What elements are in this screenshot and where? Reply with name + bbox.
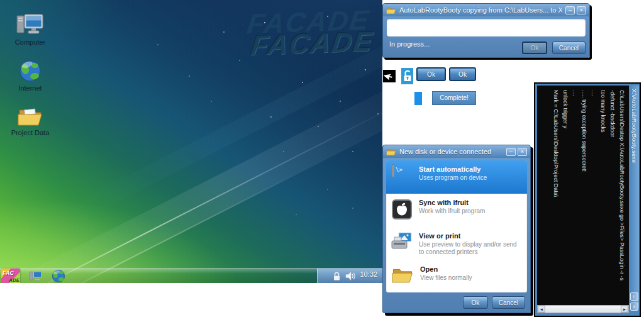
terminal-line: C:\LabUsers\Destop X:\AutoLabRootyBooty.…: [617, 90, 626, 301]
desktop-icon-label: Project Data: [11, 129, 50, 136]
popup-ok-button-2[interactable]: Ok: [449, 67, 476, 81]
copy-dialog: AutoLabRootyBooty copying from C:\LabUse…: [382, 3, 590, 58]
close-icon[interactable]: ×: [518, 148, 527, 156]
taskbar-internet-shortcut[interactable]: [52, 269, 65, 283]
progress-status: In progress...: [389, 40, 430, 48]
blue-marker: [414, 92, 422, 105]
scroll-left-icon[interactable]: ◄: [538, 306, 545, 313]
scroll-right-icon[interactable]: ►: [621, 306, 628, 313]
terminal-line: -defunct -backdoor: [608, 90, 617, 301]
unlock-status-badge: [401, 68, 413, 84]
desktop-icon-project-data[interactable]: Project Data: [8, 106, 53, 136]
option-title: View or print: [419, 232, 522, 240]
terminal-line: unlock trigger y: [560, 90, 570, 301]
desktop-icon-internet[interactable]: Internet: [8, 60, 53, 92]
stars-decor: [0, 0, 1, 1]
facade-watermark: FACADE FACADE: [250, 16, 376, 69]
option-title: Open: [420, 265, 472, 274]
terminal-titlebar[interactable]: X:\AutoLabRootyBooty.sexe: [630, 86, 639, 308]
minimize-icon[interactable]: –: [506, 148, 516, 156]
option-open[interactable]: Open View files normally: [386, 260, 527, 292]
clock: 10:32: [360, 270, 377, 278]
lock-icon: [333, 272, 341, 281]
aurora-streak: [60, 0, 382, 227]
terminal-window: C:\LabUsers\Destop X:\AutoLabRootyBooty.…: [534, 82, 641, 317]
minimize-icon[interactable]: –: [630, 292, 638, 301]
speaker-icon[interactable]: [345, 271, 356, 281]
cancel-button[interactable]: Cancel: [492, 296, 525, 309]
device-dialog: New disk or device connected – × \> Star…: [382, 145, 531, 313]
cancel-button[interactable]: Cancel: [552, 42, 586, 54]
terminal-line: too many knocks: [598, 90, 608, 301]
printer-icon: [391, 232, 413, 251]
complete-banner: Complete!: [432, 91, 476, 105]
terminal-line: Mark = C:\LabUsers\Desktop\Project Data\: [551, 90, 560, 301]
option-subtitle: View files normally: [420, 274, 472, 282]
option-title: Sync with ifruit: [419, 199, 485, 207]
aurora-streak: [0, 50, 382, 283]
terminal-scrollbar[interactable]: ◄ ►: [537, 305, 629, 313]
desktop-icon-label: Internet: [18, 84, 42, 92]
folder-open-icon: [391, 265, 414, 284]
device-options-list: \> Start automatically Uses program on d…: [386, 160, 527, 292]
aurora-streak: [0, 103, 382, 283]
terminal-title: X:\AutoLabRootyBooty.sexe: [630, 86, 639, 308]
terminal-icon: \>: [391, 165, 413, 177]
system-tray: 10:32: [317, 269, 382, 283]
start-logo-text: FAC: [3, 270, 14, 276]
option-subtitle: Use preview to display and/or send to co…: [419, 241, 522, 256]
copy-dialog-titlebar[interactable]: AutoLabRootyBooty copying from C:\LabUse…: [383, 4, 589, 16]
option-view-print[interactable]: View or print Use preview to display and…: [386, 227, 527, 260]
device-dialog-titlebar[interactable]: New disk or device connected – ×: [383, 145, 530, 158]
desktop: FACADE FACADE: [0, 0, 382, 283]
computer-icon: [16, 13, 45, 36]
desktop-icon-computer[interactable]: Computer: [8, 13, 53, 46]
option-title: Start automatically: [419, 165, 487, 174]
ok-button[interactable]: Ok: [522, 42, 547, 54]
screen: FACADE FACADE: [0, 0, 644, 322]
minimize-icon[interactable]: –: [565, 6, 575, 14]
popup-ok-button-1[interactable]: Ok: [416, 67, 446, 81]
start-logo-text2: ADE: [9, 277, 19, 283]
terminal-line: ....: [570, 90, 579, 301]
cursor-icon: [383, 70, 396, 82]
close-icon[interactable]: ×: [630, 303, 638, 311]
terminal-output: C:\LabUsers\Destop X:\AutoLabRootyBooty.…: [537, 86, 629, 306]
option-start-automatically[interactable]: \> Start automatically Uses program on d…: [386, 160, 527, 194]
terminal-line: ..... trying exception supersecret!: [579, 90, 589, 301]
folder-icon: [386, 148, 396, 156]
desktop-icons: Computer Internet: [8, 13, 53, 136]
option-sync-ifruit[interactable]: Sync with ifruit Work with ifruit progra…: [386, 194, 527, 227]
option-subtitle: Uses program on device: [419, 174, 487, 182]
ok-button[interactable]: Ok: [463, 296, 488, 309]
device-dialog-title: New disk or device connected: [399, 148, 503, 155]
taskbar: FAC ADE: [0, 268, 382, 283]
desktop-icon-label: Computer: [15, 38, 45, 46]
ifruit-icon: [391, 199, 413, 220]
copy-dialog-title: AutoLabRootyBooty copying from C:\LabUse…: [399, 6, 562, 14]
taskbar-computer-shortcut[interactable]: [29, 269, 43, 283]
folder-icon: [17, 106, 43, 127]
globe-icon: [19, 60, 42, 82]
option-subtitle: Work with ifruit program: [419, 208, 485, 215]
terminal-line: ....: [589, 90, 598, 301]
padlock-open-icon: [402, 69, 413, 83]
folder-icon: [386, 6, 396, 14]
close-icon[interactable]: ×: [577, 6, 586, 14]
start-button[interactable]: FAC ADE: [1, 269, 20, 284]
progress-bar: [387, 19, 586, 36]
aurora-streak: [0, 174, 296, 283]
